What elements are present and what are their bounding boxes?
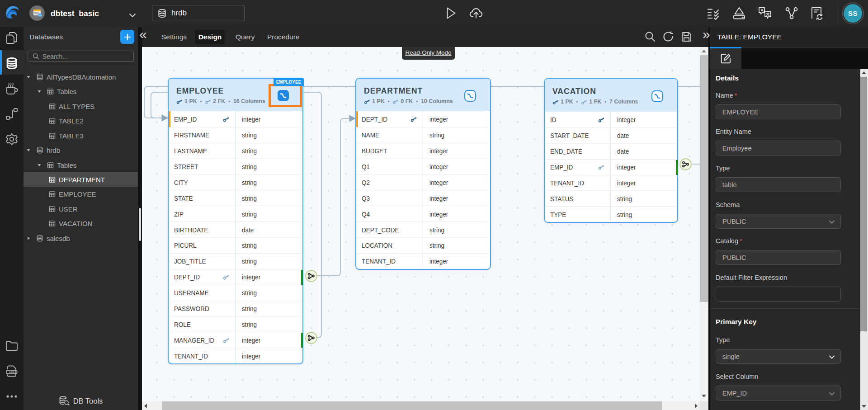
svg-text:LOG: LOG <box>9 371 14 373</box>
